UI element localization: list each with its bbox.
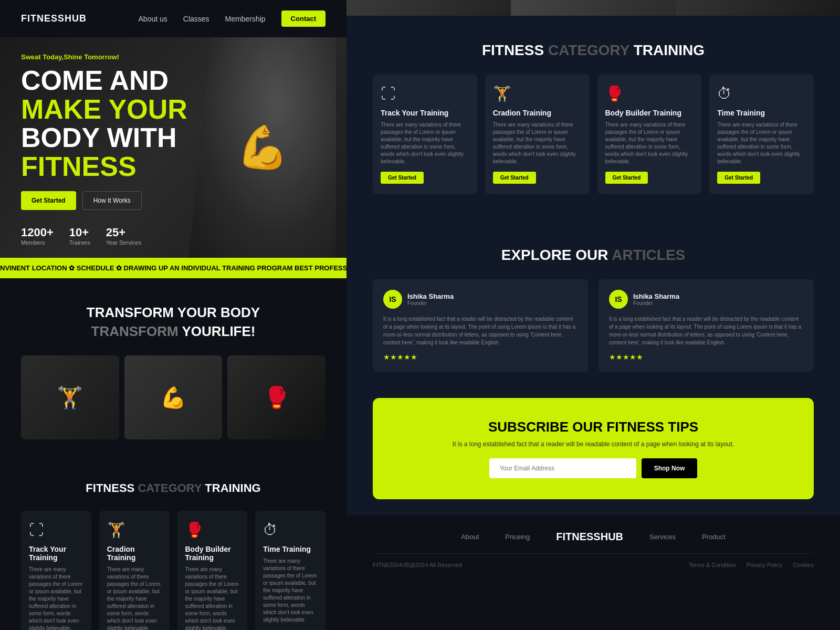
category-card-right-1: ⛶ Track Your Training There are many var… [373,75,477,194]
article-card-1: IS Ishika Sharma Founder It is a long es… [373,279,588,372]
hero-title: COME AND MAKE YOUR BODY WITH FITNESS [21,66,326,181]
article-text-1: It is a long established fact that a rea… [383,315,578,346]
gallery-img-1: 🏋️ [21,355,119,439]
author-role-2: Founder [633,300,679,306]
articles-grid: IS Ishika Sharma Founder It is a long es… [373,279,814,372]
time-training-name-r: Time Training [717,109,806,117]
top-gallery-bar [346,0,840,16]
category-card-1: ⛶ Track Your Training There are many var… [21,511,91,630]
category-card-2: 🏋 Cradion Training There are many variat… [99,511,170,630]
footer-nav: About Priceing FITNESSHUB Services Produ… [373,531,814,543]
category-card-right-3: 🥊 Body Builder Training There are many v… [597,75,702,194]
article-author-1: IS Ishika Sharma Founder [383,290,578,309]
category-card-right-2: 🏋 Cradion Training There are many variat… [485,75,590,194]
gallery-item-1: 🏋️ [21,355,119,439]
cradion-training-desc-r: There are many variations of there passa… [493,121,582,165]
category-grid-bottom: ⛶ Track Your Training There are many var… [21,511,326,630]
time-training-desc-r: There are many variations of there passa… [717,121,806,165]
track-training-btn-r[interactable]: Get Started [381,172,424,184]
category-grid-right: ⛶ Track Your Training There are many var… [373,75,814,194]
article-stars-1: ★★★★★ [383,353,578,361]
hero-title-line1: COME AND [21,66,326,95]
fitness-category-bottom-title: FITNESS CATEGORY TRAINING [21,481,326,495]
stat-services-num: 25+ [106,226,141,239]
hero-how-it-works-button[interactable]: How It Works [82,191,142,210]
footer-terms[interactable]: Terms & Condition [689,562,736,568]
hero-content: Sweat Today,Shine Tomorrow! COME AND MAK… [0,37,346,258]
subscribe-desc: It is a long established fact that a rea… [404,440,782,448]
author-avatar-1: IS [383,290,402,309]
top-gallery-img-2 [511,0,675,16]
bodybuilder-training-name: Body Builder Training [185,545,240,562]
nav-membership[interactable]: Membership [225,15,266,23]
top-gallery-img-3 [676,0,840,16]
article-card-2: IS Ishika Sharma Founder It is a long es… [598,279,814,372]
author-name-1: Ishika Sharma [407,292,454,300]
hero-stats: 1200+ Members 10+ Trainers 25+ Year Serv… [21,226,326,246]
author-name-2: Ishika Sharma [633,292,679,300]
article-stars-2: ★★★★★ [609,353,803,361]
cradion-training-icon: 🏋 [107,521,162,539]
navbar: FITNESSHUB About us Classes Membership C… [0,0,346,37]
track-training-name-r: Track Your Training [381,109,469,117]
subscribe-button[interactable]: Shop Now [642,458,698,478]
articles-section: EXPLORE OUR ARTICLES IS Ishika Sharma Fo… [346,220,840,398]
cradion-training-name-r: Cradion Training [493,109,582,117]
transform-title: TRANSFORM YOUR BODY [21,304,326,321]
track-training-desc-r: There are many variations of there passa… [381,121,469,165]
bodybuilder-training-desc: There are many variations of there passa… [185,566,240,630]
track-training-icon-r: ⛶ [381,85,469,102]
gallery-item-3: 🥊 [227,355,326,439]
subscribe-section: SUBSCRIBE OUR FITNESS TIPS It is a long … [373,398,814,499]
time-training-desc: There are many variations of there passa… [263,558,318,624]
stat-trainers-label: Trainers [69,239,90,246]
marquee-bar: NVINENT LOCATION ✿ SCHEDULE ✿ DRAWING UP… [0,258,346,278]
author-info-2: Ishika Sharma Founder [633,292,679,306]
top-gallery-img-1 [346,0,511,16]
bodybuilder-training-btn-r[interactable]: Get Started [605,172,648,184]
hero-get-started-button[interactable]: Get Started [21,191,76,210]
nav-classes[interactable]: Classes [183,15,209,23]
nav-contact-button[interactable]: Contact [281,10,326,27]
bodybuilder-training-name-r: Body Builder Training [605,109,694,117]
footer-link-product[interactable]: Product [702,533,726,541]
footer-copyright: FITNESSHUB@2024 All Reserved [373,562,462,568]
footer-privacy[interactable]: Privacy Policy [747,562,782,568]
footer-cookies[interactable]: Cookies [793,562,814,568]
stat-trainers-num: 10+ [69,226,90,239]
footer-link-pricing[interactable]: Priceing [505,533,530,541]
navbar-links: About us Classes Membership Contact [139,10,326,27]
left-panel: FITNESSHUB About us Classes Membership C… [0,0,346,630]
article-text-2: It is a long established fact that a rea… [609,315,803,346]
nav-about[interactable]: About us [139,15,167,23]
stat-members-label: Members [21,239,54,246]
fitness-category-right-title: FITNESS CATEGORY TRAINING [373,42,814,59]
hero-buttons: Get Started How It Works [21,191,326,210]
fitness-category-right: FITNESS CATEGORY TRAINING ⛶ Track Your T… [346,16,840,220]
gallery-img-2: 💪 [124,355,223,439]
right-panel: FITNESS CATEGORY TRAINING ⛶ Track Your T… [346,0,840,579]
stat-members-num: 1200+ [21,226,54,239]
hero-title-line4: FITNESS [21,152,326,181]
footer-legal: Terms & Condition Privacy Policy Cookies [689,562,814,568]
track-training-desc: There are many variations of there passa… [29,566,83,630]
stat-trainers: 10+ Trainers [69,226,90,246]
gallery-img-3: 🥊 [227,355,326,439]
article-author-2: IS Ishika Sharma Founder [609,290,803,309]
cradion-training-icon-r: 🏋 [493,85,582,102]
subscribe-email-input[interactable] [489,458,636,478]
footer-link-about[interactable]: About [461,533,479,541]
footer-link-services[interactable]: Services [649,533,676,541]
fitness-category-bottom: FITNESS CATEGORY TRAINING ⛶ Track Your T… [0,455,346,630]
footer-bottom: FITNESSHUB@2024 All Reserved Terms & Con… [373,553,814,568]
subscribe-form: Shop Now [404,458,782,478]
hero-title-line3: BODY WITH [21,123,326,152]
time-training-icon: ⏱ [263,521,318,539]
transform-section: TRANSFORM YOUR BODY TRANSFORM YOURLIFE! … [0,278,346,455]
time-training-btn-r[interactable]: Get Started [717,172,760,184]
time-training-name: Time Training [263,545,318,553]
cradion-training-btn-r[interactable]: Get Started [493,172,536,184]
cradion-training-desc: There are many variations of there passa… [107,566,162,630]
articles-title: EXPLORE OUR ARTICLES [373,247,814,264]
subscribe-title: SUBSCRIBE OUR FITNESS TIPS [404,419,782,435]
